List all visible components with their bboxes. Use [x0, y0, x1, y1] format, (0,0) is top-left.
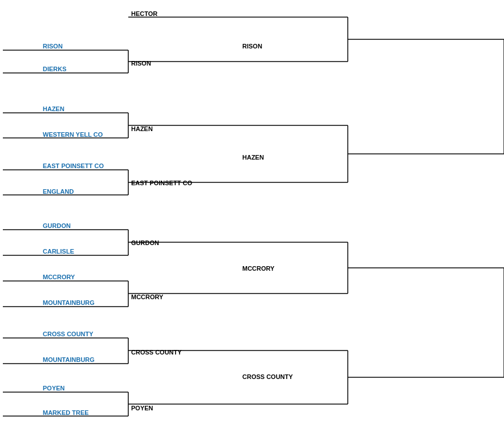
r1-m6-top: MCCRORY	[43, 274, 75, 280]
r2-m4-winner: GURDON	[131, 239, 159, 246]
r1-m2-top: RISON	[43, 43, 63, 50]
r3-m1-top: RISON	[242, 43, 262, 50]
bracket-container: HECTOR RISON DIERKS RISON RISON HAZEN WE…	[0, 0, 504, 432]
r3-m1-bottom: HAZEN	[242, 154, 264, 161]
r3-m2-top: MCCRORY	[242, 265, 274, 272]
r1-m8-top: POYEN	[43, 385, 65, 392]
r2-m1-bottom: RISON	[131, 60, 151, 67]
r1-m3-top: HAZEN	[43, 105, 64, 112]
r2-m5-winner: MCCRORY	[131, 294, 163, 300]
r1-m7-bottom: MOUNTAINBURG	[43, 356, 95, 363]
r1-m5-bottom: CARLISLE	[43, 248, 74, 255]
r1-m5-top: GURDON	[43, 222, 71, 229]
r2-m6-winner: CROSS COUNTY	[131, 349, 182, 356]
r1-m2-bottom: DIERKS	[43, 66, 67, 72]
r1-m6-bottom: MOUNTAINBURG	[43, 299, 95, 306]
r1-m4-top: EAST POINSETT CO	[43, 162, 104, 169]
r2-m3-winner: EAST POINSETT CO	[131, 180, 192, 186]
r1-m4-bottom: ENGLAND	[43, 188, 74, 195]
r1-m1-top: HECTOR	[131, 10, 157, 17]
r2-m2-winner: HAZEN	[131, 125, 153, 132]
r1-m7-top: CROSS COUNTY	[43, 331, 94, 337]
r3-m2-bottom: CROSS COUNTY	[242, 373, 293, 380]
r2-m7-winner: POYEN	[131, 405, 153, 411]
r1-m8-bottom: MARKED TREE	[43, 409, 89, 416]
r1-m3-bottom: WESTERN YELL CO	[43, 131, 103, 138]
